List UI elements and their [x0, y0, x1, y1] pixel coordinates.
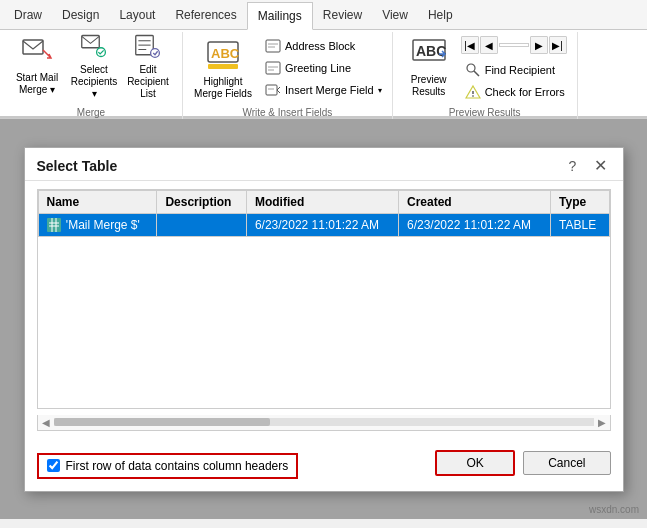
dialog-titlebar: Select Table ? ✕ [25, 148, 623, 181]
cancel-button[interactable]: Cancel [523, 451, 610, 475]
tab-layout[interactable]: Layout [109, 1, 165, 29]
svg-rect-11 [266, 40, 280, 52]
col-created: Created [399, 190, 551, 213]
footer-left: First row of data contains column header… [37, 447, 428, 479]
nav-first-button[interactable]: |◀ [461, 36, 479, 54]
dialog-help-button[interactable]: ? [563, 156, 583, 176]
cell-modified: 6/23/2022 11:01:22 AM [246, 213, 398, 237]
first-row-checkbox-area: First row of data contains column header… [37, 453, 299, 479]
greeting-line-button[interactable]: Greeting Line [261, 58, 386, 78]
find-recipient-button[interactable]: Find Recipient [461, 60, 569, 80]
dialog-close-button[interactable]: ✕ [591, 156, 611, 176]
svg-rect-17 [266, 85, 277, 95]
insert-merge-field-icon [265, 82, 281, 98]
ok-button[interactable]: OK [435, 450, 515, 476]
cell-description [157, 213, 246, 237]
col-name: Name [38, 190, 157, 213]
preview-results-label: PreviewResults [411, 74, 447, 98]
row-name-value: 'Mail Merge $' [66, 218, 140, 232]
select-recipients-icon [69, 30, 119, 62]
svg-line-22 [474, 71, 479, 76]
svg-point-7 [151, 49, 160, 58]
preview-results-button[interactable]: ABC PreviewResults [401, 34, 457, 100]
ribbon: Draw Design Layout References Mailings R… [0, 0, 647, 119]
scrollbar-track[interactable] [54, 418, 594, 426]
select-table-dialog: Select Table ? ✕ Name Description M [24, 147, 624, 492]
tab-design[interactable]: Design [52, 1, 109, 29]
insert-merge-field-label: Insert Merge Field [285, 84, 374, 96]
check-for-errors-label: Check for Errors [485, 86, 565, 98]
write-group-label: Write & Insert Fields [183, 107, 392, 118]
select-recipients-button[interactable]: SelectRecipients ▾ [68, 34, 120, 96]
address-block-label: Address Block [285, 40, 355, 52]
write-group: ABC HighlightMerge Fields [183, 32, 393, 120]
highlight-merge-fields-label: HighlightMerge Fields [194, 76, 252, 100]
cell-name: 'Mail Merge $' [38, 213, 157, 237]
merge-group-label: Merge [0, 107, 182, 118]
dialog-overlay: Select Table ? ✕ Name Description M [0, 119, 647, 519]
dialog-body: Name Description Modified Created Type [25, 181, 623, 439]
svg-point-21 [467, 64, 475, 72]
merge-group: Start MailMerge ▾ SelectRecipients ▾ [0, 32, 183, 120]
col-modified: Modified [246, 190, 398, 213]
table-row[interactable]: 'Mail Merge $' 6/23/2022 11:01:22 AM 6/2… [38, 213, 609, 237]
nav-page-number [499, 43, 529, 47]
tab-draw[interactable]: Draw [4, 1, 52, 29]
check-for-errors-icon [465, 84, 481, 100]
svg-text:ABC: ABC [211, 46, 240, 61]
svg-point-25 [472, 95, 474, 97]
dialog-footer: First row of data contains column header… [25, 439, 623, 491]
insert-merge-field-button[interactable]: Insert Merge Field ▾ [261, 80, 386, 100]
edit-recipient-list-icon [123, 30, 173, 62]
highlight-merge-fields-icon: ABC [204, 36, 242, 74]
nav-prev-button[interactable]: ◀ [480, 36, 498, 54]
start-mail-merge-label: Start MailMerge ▾ [16, 72, 58, 96]
first-row-checkbox-label: First row of data contains column header… [66, 459, 289, 473]
svg-rect-14 [266, 62, 280, 74]
col-type: Type [551, 190, 609, 213]
ribbon-content: Start MailMerge ▾ SelectRecipients ▾ [0, 30, 647, 118]
preview-results-icon: ABC [411, 36, 447, 72]
svg-rect-0 [23, 40, 43, 54]
greeting-line-label: Greeting Line [285, 62, 351, 74]
tab-mailings[interactable]: Mailings [247, 2, 313, 30]
svg-rect-1 [82, 36, 100, 48]
edit-recipient-list-label: EditRecipient List [126, 64, 170, 100]
tab-view[interactable]: View [372, 1, 418, 29]
data-table: Name Description Modified Created Type [38, 190, 610, 238]
highlight-merge-fields-button[interactable]: ABC HighlightMerge Fields [189, 34, 257, 100]
cell-type: TABLE [551, 213, 609, 237]
address-block-button[interactable]: Address Block [261, 36, 386, 56]
nav-last-button[interactable]: ▶| [549, 36, 567, 54]
scroll-right-indicator: ▶ [598, 417, 606, 428]
check-for-errors-button[interactable]: Check for Errors [461, 82, 569, 102]
first-row-checkbox[interactable] [47, 459, 60, 472]
tab-help[interactable]: Help [418, 1, 463, 29]
edit-recipient-list-button[interactable]: EditRecipient List [122, 34, 174, 96]
scroll-left-indicator: ◀ [42, 417, 50, 428]
preview-group-label: Preview Results [393, 107, 577, 118]
address-block-icon [265, 38, 281, 54]
preview-group: ABC PreviewResults |◀ ◀ ▶ ▶| [393, 32, 578, 120]
svg-rect-26 [47, 218, 61, 232]
find-recipient-label: Find Recipient [485, 64, 555, 76]
greeting-line-icon [265, 60, 281, 76]
start-mail-merge-icon [12, 34, 62, 70]
svg-rect-10 [208, 64, 238, 69]
col-description: Description [157, 190, 246, 213]
select-recipients-label: SelectRecipients ▾ [71, 64, 118, 100]
tab-bar: Draw Design Layout References Mailings R… [0, 0, 647, 30]
nav-next-button[interactable]: ▶ [530, 36, 548, 54]
cell-created: 6/23/2022 11:01:22 AM [399, 213, 551, 237]
tab-references[interactable]: References [165, 1, 246, 29]
table-scroll-area[interactable]: Name Description Modified Created Type [37, 189, 611, 409]
find-recipient-icon [465, 62, 481, 78]
dialog-controls: ? ✕ [563, 156, 611, 176]
dialog-title: Select Table [37, 158, 118, 174]
tab-review[interactable]: Review [313, 1, 372, 29]
insert-merge-field-dropdown: ▾ [378, 86, 382, 95]
start-mail-merge-button[interactable]: Start MailMerge ▾ [8, 34, 66, 96]
